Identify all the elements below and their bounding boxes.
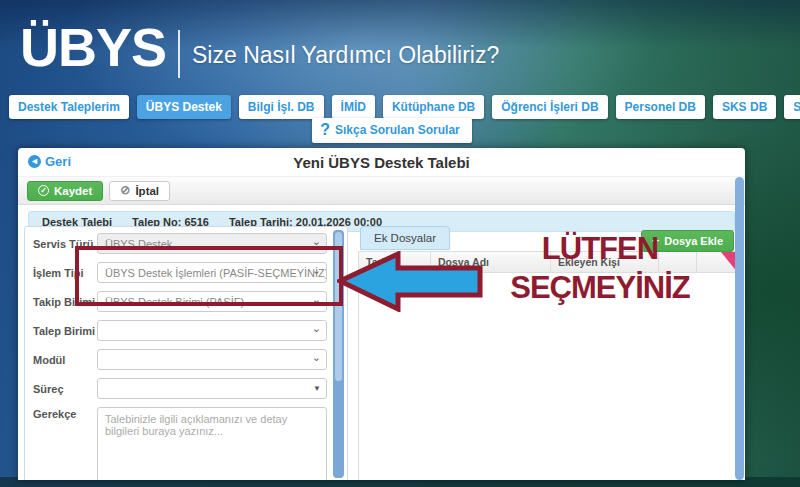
tab-strateji-g-db[interactable]: Strateji G. DB	[784, 95, 800, 119]
toolbar: ✓ Kaydet ⊘ İptal	[18, 176, 745, 205]
modul-select[interactable]: ⌄	[97, 349, 327, 370]
form-scrollbar-thumb[interactable]	[335, 232, 342, 381]
panel-scrollbar[interactable]	[735, 177, 744, 480]
column-header-ekleyen-kisi: Ekleyen Kişi	[551, 252, 659, 272]
servis-turu-value: ÜBYS Destek	[105, 238, 172, 250]
form-row-takip-birimi: Takip Birimi ÜBYS Destek Birimi (PASİF) …	[33, 291, 327, 312]
cancel-button-label: İptal	[135, 185, 159, 197]
chevron-down-icon: ⌄	[312, 293, 321, 306]
modul-label: Modül	[33, 353, 97, 366]
form-row-gerekce: Gerekçe	[33, 407, 327, 480]
banner-tagline: Size Nasıl Yardımcı Olabiliriz?	[192, 42, 499, 69]
faq-row: ? Sıkça Sorulan Sorular	[0, 118, 784, 143]
cancel-button[interactable]: ⊘ İptal	[109, 181, 170, 201]
surec-label: Süreç	[33, 382, 97, 395]
talep-birimi-label: Talep Birimi	[33, 324, 97, 337]
ubys-logo: ÜBYS	[20, 8, 166, 86]
surec-select[interactable]: ▼	[97, 378, 327, 399]
tab-personel-db[interactable]: Personel DB	[616, 95, 705, 119]
takip-birimi-value: ÜBYS Destek Birimi (PASİF)	[105, 296, 244, 308]
servis-turu-label: Servis Türü	[33, 237, 97, 250]
tab-imid[interactable]: İMİD	[332, 95, 375, 119]
tab-kutuphane-db[interactable]: Kütüphane DB	[383, 95, 484, 119]
ban-circle-icon: ⊘	[120, 185, 130, 196]
tab-ogrenci-isleri-db[interactable]: Öğrenci İşleri DB	[492, 95, 607, 119]
takip-birimi-label: Takip Birimi	[33, 295, 97, 308]
islem-tipi-value: ÜBYS Destek İşlemleri (PASİF-SEÇMEYİNİZ)	[105, 267, 327, 279]
islem-tipi-label: İşlem Tipi	[33, 266, 97, 279]
faq-button[interactable]: ? Sıkça Sorulan Sorular	[312, 118, 472, 143]
column-header-tarih: Tarih	[359, 252, 431, 272]
gerekce-label: Gerekçe	[33, 407, 97, 420]
caret-down-icon: ▼	[313, 384, 321, 393]
form-row-surec: Süreç ▼	[33, 378, 327, 399]
panel-content: Servis Türü ÜBYS Destek ⌄ İşlem Tipi ÜBY…	[24, 226, 745, 480]
tab-bilgi-isl-db[interactable]: Bilgi İşl. DB	[239, 95, 324, 119]
takip-birimi-select[interactable]: ÜBYS Destek Birimi (PASİF) ⌄	[97, 291, 327, 312]
panel-header: ◄ Geri Yeni ÜBYS Destek Talebi	[18, 148, 745, 176]
chevron-down-icon: ⌄	[312, 322, 321, 335]
check-circle-icon: ✓	[38, 185, 49, 196]
question-mark-icon: ?	[320, 121, 330, 139]
islem-tipi-select[interactable]: ÜBYS Destek İşlemleri (PASİF-SEÇMEYİNİZ)…	[97, 262, 327, 283]
faq-button-label: Sıkça Sorulan Sorular	[335, 123, 460, 137]
chevron-down-icon: ⌄	[312, 264, 321, 277]
tab-ek-dosyalar[interactable]: Ek Dosyalar	[360, 226, 450, 250]
request-form-panel: Servis Türü ÜBYS Destek ⌄ İşlem Tipi ÜBY…	[24, 226, 348, 480]
add-file-button[interactable]: + Dosya Ekle	[641, 230, 734, 252]
form-row-modul: Modül ⌄	[33, 349, 327, 370]
attachments-table-header: Tarih Dosya Adı Ekleyen Kişi i	[359, 252, 742, 273]
form-scrollbar[interactable]	[333, 230, 344, 478]
column-header-dosya-adi: Dosya Adı	[431, 252, 551, 272]
tab-sks-db[interactable]: SKS DB	[713, 95, 776, 119]
plus-icon: +	[652, 236, 660, 246]
save-button-label: Kaydet	[54, 185, 92, 197]
gerekce-textarea[interactable]	[97, 407, 327, 480]
support-request-panel: ◄ Geri Yeni ÜBYS Destek Talebi ✓ Kaydet …	[18, 148, 745, 480]
form-row-islem-tipi: İşlem Tipi ÜBYS Destek İşlemleri (PASİF-…	[33, 262, 327, 283]
banner: ÜBYS Size Nasıl Yardımcı Olabiliriz?	[20, 8, 499, 86]
tab-destek-taleplerim[interactable]: Destek Taleplerim	[9, 95, 129, 119]
attachments-panel: Ek Dosyalar + Dosya Ekle Tarih Dosya Adı…	[358, 226, 743, 480]
column-header-empty-1	[659, 252, 697, 272]
request-form: Servis Türü ÜBYS Destek ⌄ İşlem Tipi ÜBY…	[33, 233, 327, 480]
attachments-table: Tarih Dosya Adı Ekleyen Kişi i	[358, 251, 743, 480]
save-button[interactable]: ✓ Kaydet	[27, 181, 103, 201]
tab-ubys-destek[interactable]: ÜBYS Destek	[137, 95, 231, 119]
servis-turu-select[interactable]: ÜBYS Destek ⌄	[97, 233, 327, 254]
nav-tabs: Destek Taleplerim ÜBYS Destek Bilgi İşl.…	[9, 95, 793, 119]
add-file-button-label: Dosya Ekle	[664, 235, 723, 247]
logo-divider	[178, 30, 180, 78]
chevron-down-icon: ⌄	[312, 351, 321, 364]
chevron-down-icon: ⌄	[312, 235, 321, 248]
form-row-servis-turu: Servis Türü ÜBYS Destek ⌄	[33, 233, 327, 254]
talep-birimi-select[interactable]: ⌄	[97, 320, 327, 341]
form-row-talep-birimi: Talep Birimi ⌄	[33, 320, 327, 341]
page-title: Yeni ÜBYS Destek Talebi	[18, 154, 745, 171]
